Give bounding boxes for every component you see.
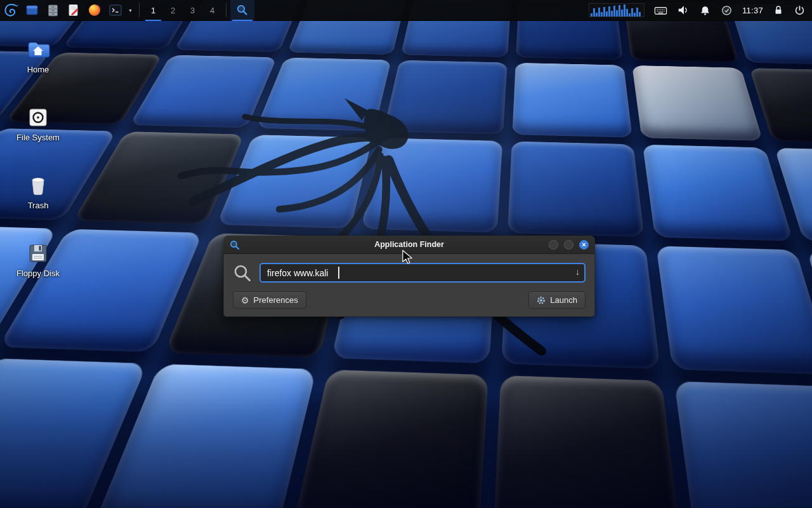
keyboard-layout-icon[interactable]	[654, 0, 667, 21]
maximize-button[interactable]	[564, 240, 573, 250]
cpu-bar	[624, 4, 625, 17]
text-editor-launcher[interactable]	[63, 0, 84, 21]
close-icon: ×	[582, 241, 586, 248]
screen: Home File System Trash Floppy Disk	[0, 0, 812, 508]
notifications-bell-icon[interactable]	[699, 0, 711, 21]
status-indicator-icon	[721, 4, 733, 17]
cpu-bar	[631, 8, 633, 17]
cpu-bar	[639, 12, 641, 17]
kali-menu-button[interactable]	[0, 0, 21, 21]
firefox-icon	[88, 3, 102, 17]
cpu-bar	[634, 13, 636, 17]
file-cabinet-launcher[interactable]	[42, 0, 63, 21]
workspace-3-button[interactable]: 3	[183, 0, 202, 21]
launch-button[interactable]: Launch	[528, 291, 586, 309]
wallpaper-cube	[643, 145, 794, 241]
desktop-icon-label: File System	[16, 133, 60, 142]
desktop-icon-label: Home	[27, 65, 49, 74]
lock-screen-icon[interactable]	[773, 0, 784, 21]
kali-dragon-logo-art	[159, 71, 577, 370]
text-caret	[338, 267, 339, 279]
cpu-bar	[636, 8, 638, 17]
app-finder-window-icon	[230, 240, 240, 253]
cpu-bar	[619, 5, 620, 17]
mouse-cursor	[401, 250, 414, 265]
file-cabinet-icon	[46, 3, 60, 17]
cpu-bar	[613, 6, 615, 17]
workspace-2-button[interactable]: 2	[163, 0, 183, 21]
wallpaper-cube	[492, 375, 682, 508]
kali-logo-icon	[3, 2, 19, 18]
desktop-icon-label: Floppy Disk	[16, 269, 60, 278]
input-dropdown-arrow[interactable]: ↓	[575, 267, 580, 277]
workspace-4-button[interactable]: 4	[202, 0, 222, 21]
minimize-button[interactable]	[549, 240, 558, 250]
desktop-icon-floppy-disk[interactable]: Floppy Disk	[3, 241, 73, 278]
wallpaper-cube	[291, 370, 488, 508]
text-editor-icon	[67, 3, 81, 17]
terminal-launcher[interactable]	[105, 0, 126, 21]
gear-icon: ⚙	[241, 296, 249, 305]
close-button[interactable]: ×	[579, 240, 589, 250]
cpu-bar	[608, 6, 610, 17]
speaker-icon	[677, 4, 690, 17]
terminal-icon	[108, 3, 122, 17]
cpu-bar	[616, 10, 618, 17]
trash-bin-icon	[25, 173, 51, 198]
window-title: Application Finder	[223, 240, 595, 249]
wallpaper-cube	[657, 246, 812, 375]
cpu-bar	[591, 13, 593, 17]
cpu-bar	[603, 7, 605, 17]
cpu-bar	[596, 13, 598, 17]
launch-icon	[537, 296, 546, 305]
cpu-bar	[629, 13, 631, 17]
top-panel: ▼ 1 2 3 4	[0, 0, 812, 21]
preferences-button[interactable]: ⚙ Preferences	[233, 291, 306, 309]
cpu-bar	[598, 8, 600, 17]
cpu-bar	[626, 9, 628, 17]
desktop-icon-home[interactable]: Home	[3, 37, 73, 74]
system-tray: 11:37	[589, 0, 812, 21]
cpu-bar	[601, 12, 603, 17]
cpu-graph-widget[interactable]	[589, 3, 645, 17]
desktop-icon-trash[interactable]: Trash	[3, 173, 73, 210]
bell-icon	[699, 4, 711, 17]
file-manager-icon	[25, 3, 39, 17]
application-finder-window: Application Finder × ↓	[223, 236, 595, 317]
logout-power-icon[interactable]	[794, 0, 806, 21]
search-icon	[233, 264, 252, 283]
hard-disk-icon	[25, 105, 51, 130]
panel-separator	[226, 3, 226, 17]
wallpaper-cube	[632, 65, 764, 141]
lock-icon	[773, 4, 784, 16]
wallpaper-cube	[674, 381, 812, 508]
cpu-bar	[621, 10, 623, 17]
taskbar-application-finder[interactable]	[230, 0, 254, 21]
chevron-down-icon: ▼	[128, 8, 133, 13]
floppy-disk-icon	[25, 241, 51, 266]
keyboard-icon	[654, 4, 667, 17]
status-circle-icon[interactable]	[721, 0, 733, 21]
file-manager-launcher[interactable]	[21, 0, 42, 21]
cpu-bar	[606, 11, 608, 17]
search-input[interactable]	[259, 263, 586, 283]
home-folder-icon	[25, 37, 51, 62]
desktop-icon-file-system[interactable]: File System	[3, 105, 73, 142]
workspace-1-button[interactable]: 1	[143, 0, 163, 21]
clock[interactable]: 11:37	[742, 6, 763, 15]
cpu-bar	[611, 11, 613, 17]
power-icon	[794, 4, 806, 17]
desktop-icon-label: Trash	[28, 201, 49, 210]
panel-separator	[139, 3, 140, 17]
cpu-bar	[593, 8, 595, 17]
firefox-launcher[interactable]	[84, 0, 105, 21]
terminal-dropdown-arrow[interactable]: ▼	[126, 0, 135, 21]
application-finder-icon	[236, 4, 249, 17]
volume-icon[interactable]	[677, 0, 690, 21]
